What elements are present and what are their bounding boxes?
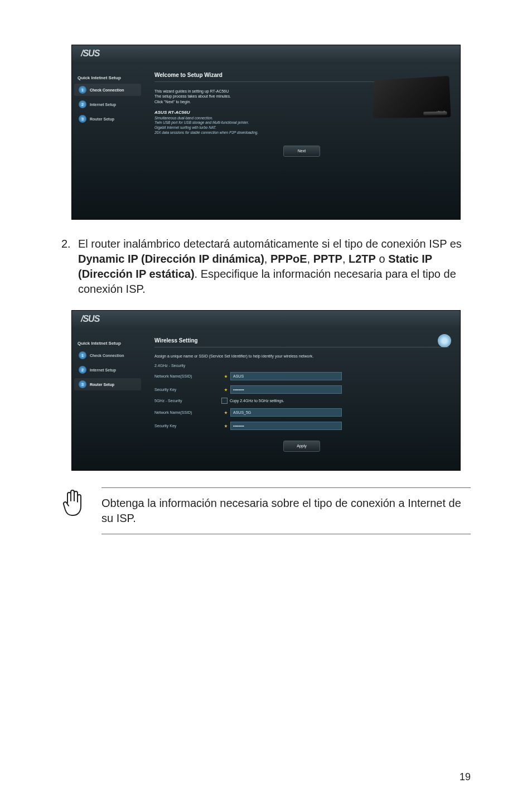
step-check-connection[interactable]: 1 Check Connection [74,84,141,96]
row-ssid-5: Network Name(SSID) ASUS_5G [154,407,449,417]
list-number: 2. [61,236,78,297]
wizard-sidebar: Quick Intetnet Setup 1 Check Connection … [72,330,143,470]
step-label: Internet Setup [90,368,116,372]
bold-term: L2TP [349,253,376,265]
field-label: Security Key [154,424,221,428]
step-label: Internet Setup [90,103,116,107]
step-label: Check Connection [90,88,124,92]
step-number-icon: 2 [79,100,86,108]
step-number-icon: 1 [79,351,86,359]
instruction-note: Assign a unique name or SSID (Service Se… [154,354,449,358]
feature-line: Simultaneous dual-band connection. [154,116,311,121]
row-key-24: Security Key •••••••• [154,384,449,394]
field-label: Network Name(SSID) [154,410,221,414]
wizard-main: Welcome to Setup Wizard This wizard guid… [143,64,460,219]
copy-label: Copy 2.4GHz to 5GHz settings. [230,399,284,403]
intro-line: This wizard guides in setting up RT-AC56… [154,89,229,93]
step-number-icon: 1 [79,86,86,94]
window-topbar: /SUS [72,311,460,330]
copy-checkbox-row[interactable]: Copy 2.4GHz to 5GHz settings. [221,398,284,404]
wizard-main: Wireless Setting Assign a unique name or… [143,330,460,470]
required-icon [221,384,230,394]
text: , [342,253,349,265]
step-label: Check Connection [90,354,124,357]
step-number-icon: 3 [79,380,86,388]
intro-line: Click "Next" to begin. [154,100,191,104]
step-number-icon: 2 [79,366,86,374]
key-5-input[interactable]: •••••••• [230,422,342,430]
step-internet-setup[interactable]: 2 Internet Setup [74,364,141,376]
ssid-5-input[interactable]: ASUS_5G [230,408,342,417]
bold-term: PPTP [313,253,342,265]
required-icon [221,371,230,381]
asus-logo: /SUS [81,49,99,59]
intro-text: This wizard guides in setting up RT-AC56… [154,89,311,136]
note-text: Obtenga la información necesaria sobre e… [101,487,471,534]
apply-button[interactable]: Apply [283,441,320,452]
product-name: ASUS RT-AC56U [154,110,190,115]
bold-term: Dynamic IP (Dirección IP dinámica) [78,253,264,265]
required-icon [221,407,230,417]
checkbox-icon[interactable] [221,398,228,404]
sidebar-title: Quick Intetnet Setup [78,75,143,80]
router-brand-label: /SUS [436,110,446,114]
required-icon [221,421,230,431]
instruction-paragraph: 2. El router inalámbrico detectará autom… [61,236,471,297]
help-icon[interactable] [438,334,451,347]
step-label: Router Setup [90,117,114,121]
page-number: 19 [460,771,471,783]
text: El router inalámbrico detectará automáti… [78,238,462,250]
section-24ghz: 2.4GHz - Security [154,364,449,368]
row-5ghz-header: 5GHz - Security Copy 2.4GHz to 5GHz sett… [154,398,449,404]
panel-title: Wireless Setting [154,337,449,344]
bold-term: PPPoE [270,253,307,265]
instruction-text: El router inalámbrico detectará automáti… [78,236,471,297]
wireless-setting-screenshot: /SUS Quick Intetnet Setup 1 Check Connec… [71,310,461,471]
hand-stop-icon [61,487,88,534]
step-internet-setup[interactable]: 2 Internet Setup [74,98,141,110]
feature-line: Twin USB port for USB storage and Multi-… [154,120,311,125]
router-image: /SUS [371,78,449,127]
feature-line: 20X data sessions for stable connection … [154,131,311,136]
field-label: Network Name(SSID) [154,374,221,378]
router-icon: /SUS [373,76,451,118]
note-row: Obtenga la información necesaria sobre e… [61,487,471,534]
text: , [307,253,313,265]
step-check-connection[interactable]: 1 Check Connection [74,349,141,361]
field-label: Security Key [154,388,221,392]
step-number-icon: 3 [79,115,86,123]
wizard-body: Quick Intetnet Setup 1 Check Connection … [72,330,460,470]
step-label: Router Setup [90,383,114,386]
text: , [264,253,270,265]
text: o [376,253,388,265]
ssid-24-input[interactable]: ASUS [230,372,342,380]
wizard-body: Quick Intetnet Setup 1 Check Connection … [72,64,460,219]
row-ssid-24: Network Name(SSID) ASUS [154,371,449,381]
feature-line: Gigabit internet surfing with turbo NAT. [154,125,311,131]
section-5ghz: 5GHz - Security [154,399,221,403]
step-router-setup[interactable]: 3 Router Setup [74,113,141,125]
intro-line: The setup process takes about five minut… [154,94,231,98]
next-button[interactable]: Next [283,146,320,157]
setup-wizard-screenshot: /SUS Quick Intetnet Setup 1 Check Connec… [71,45,461,220]
asus-logo: /SUS [81,314,99,324]
wizard-sidebar: Quick Intetnet Setup 1 Check Connection … [72,64,143,219]
row-key-5: Security Key •••••••• [154,421,449,431]
window-topbar: /SUS [72,45,460,64]
sidebar-title: Quick Intetnet Setup [78,341,143,346]
key-24-input[interactable]: •••••••• [230,385,342,394]
step-router-setup[interactable]: 3 Router Setup [74,378,141,390]
divider [154,347,449,347]
